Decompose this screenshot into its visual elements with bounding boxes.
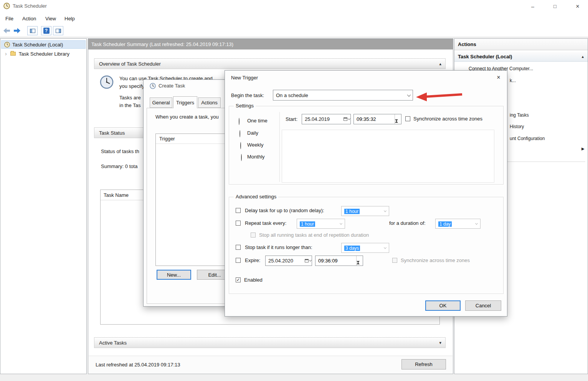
maximize-button[interactable]: □ xyxy=(546,0,564,13)
enabled-label[interactable]: Enabled xyxy=(244,277,263,283)
begin-task-chevron-icon xyxy=(405,90,413,100)
forward-button[interactable] xyxy=(13,27,21,36)
task-name-column-header[interactable]: Task Name xyxy=(104,192,129,198)
repeat-interval-chevron-icon xyxy=(337,219,345,228)
show-action-pane-button[interactable] xyxy=(53,26,63,35)
radio-weekly[interactable] xyxy=(240,142,241,149)
radio-weekly-label[interactable]: Weekly xyxy=(247,142,263,148)
collapse-overview-icon[interactable]: ▴ xyxy=(439,61,441,66)
help-button[interactable]: ? xyxy=(41,26,51,35)
start-date-calendar-icon[interactable] xyxy=(343,114,350,124)
stop-task-checkbox[interactable] xyxy=(236,245,241,250)
duration-value: 1 day xyxy=(436,221,472,227)
expire-time-value[interactable]: 09:36:09 xyxy=(315,256,356,266)
check-icon: ✓ xyxy=(236,277,240,282)
title-bar: Task Scheduler – □ × xyxy=(0,0,588,13)
menu-view[interactable]: View xyxy=(41,13,60,24)
time-down-icon[interactable] xyxy=(395,121,401,128)
duration-label: for a duration of: xyxy=(389,220,426,226)
ok-button[interactable]: OK xyxy=(425,300,461,311)
overview-section-header[interactable]: Overview of Task Scheduler ▴ xyxy=(94,58,446,69)
repeat-task-checkbox[interactable] xyxy=(236,221,241,226)
close-icon: × xyxy=(576,3,579,10)
tab-actions-label: Actions xyxy=(201,100,218,106)
new-trigger-button[interactable]: New... xyxy=(157,270,191,280)
sync-timezones2-checkbox xyxy=(392,258,397,263)
create-task-intro: When you create a task, you xyxy=(155,114,219,120)
repeat-interval-dropdown[interactable]: 1 hour xyxy=(297,219,345,229)
tree-item-root[interactable]: Task Scheduler (Local) xyxy=(1,40,86,49)
sync-timezones-label[interactable]: Synchronize across time zones xyxy=(413,116,482,122)
stop-task-duration-dropdown[interactable]: 3 days xyxy=(341,243,389,253)
delay-duration-chevron-icon xyxy=(381,206,389,216)
help-icon: ? xyxy=(43,28,50,34)
menu-help[interactable]: Help xyxy=(61,13,79,24)
start-time-spinner[interactable]: 09:35:32 xyxy=(353,114,401,124)
expire-time-down-icon[interactable] xyxy=(357,263,363,270)
expire-time-spinner[interactable]: 09:36:09 xyxy=(315,256,363,266)
settings-group-label: Settings xyxy=(234,103,256,109)
task-status-title: Task Status xyxy=(99,130,125,136)
submenu-arrow-icon[interactable]: ▶ xyxy=(581,147,585,151)
action-item-fragment-running-tasks[interactable]: ing Tasks xyxy=(510,112,529,118)
red-annotation-arrow-icon xyxy=(415,91,464,104)
tree-expander-icon[interactable]: › xyxy=(5,51,7,57)
new-button-label: New... xyxy=(167,272,181,278)
stop-task-label[interactable]: Stop task if it runs longer than: xyxy=(245,244,312,250)
radio-daily-label[interactable]: Daily xyxy=(247,130,258,136)
tree-item-library[interactable]: › Task Scheduler Library xyxy=(1,49,86,58)
radio-one-time-label[interactable]: One time xyxy=(247,118,268,124)
menu-file[interactable]: File xyxy=(2,13,17,24)
last-refreshed-text: Last refreshed at 25.04.2019 09:17:13 xyxy=(96,362,180,368)
expire-label[interactable]: Expire: xyxy=(245,257,260,263)
collapse-active-tasks-icon[interactable]: ▾ xyxy=(439,340,441,345)
action-item-fragment-account-configuration[interactable]: unt Configuration xyxy=(510,136,545,141)
start-time-value[interactable]: 09:35:32 xyxy=(354,114,395,124)
advanced-settings-label: Advanced settings xyxy=(234,194,278,200)
expire-checkbox[interactable] xyxy=(236,258,241,263)
menu-bar: File Action View Help xyxy=(0,13,588,24)
actions-group-header[interactable]: Task Scheduler (Local) ▴ xyxy=(454,52,588,62)
stop-all-tasks-checkbox xyxy=(251,233,256,238)
back-button[interactable] xyxy=(3,27,11,36)
radio-daily[interactable] xyxy=(239,130,240,137)
active-tasks-section-header[interactable]: Active Tasks ▾ xyxy=(94,337,446,348)
show-console-tree-button[interactable] xyxy=(27,26,38,35)
summary-header-text: Task Scheduler Summary (Last refreshed: … xyxy=(91,41,233,47)
edit-button-label: Edit... xyxy=(208,272,221,278)
delay-duration-dropdown[interactable]: 1 hour xyxy=(341,206,389,216)
minimize-button[interactable]: – xyxy=(524,0,542,13)
enabled-checkbox[interactable]: ✓ xyxy=(236,277,241,282)
create-task-clock-icon xyxy=(150,83,156,91)
radio-monthly-label[interactable]: Monthly xyxy=(247,154,265,160)
action-item-fragment-create-basic-task[interactable]: k... xyxy=(510,78,516,83)
tab-triggers[interactable]: Triggers xyxy=(173,96,197,108)
action-item-fragment-history[interactable]: History xyxy=(510,124,524,129)
close-button[interactable]: × xyxy=(569,0,586,13)
console-tree-panel: Task Scheduler (Local) › Task Scheduler … xyxy=(0,38,87,374)
overview-section-title: Overview of Task Scheduler xyxy=(99,61,161,67)
repeat-task-label[interactable]: Repeat task every: xyxy=(245,220,286,226)
radio-monthly[interactable] xyxy=(241,154,242,161)
delay-task-checkbox[interactable] xyxy=(236,208,241,213)
overview-line3: Tasks are xyxy=(119,95,141,101)
radio-one-time[interactable] xyxy=(239,118,239,125)
start-date-picker[interactable]: 25.04.2019 xyxy=(302,114,351,124)
trigger-column-header[interactable]: Trigger xyxy=(159,136,175,142)
tab-actions[interactable]: Actions xyxy=(198,97,221,108)
tree-item-library-label: Task Scheduler Library xyxy=(19,51,69,57)
dialog-close-button[interactable]: × xyxy=(494,73,504,82)
expire-date-picker[interactable]: 25.04.2020 xyxy=(265,256,312,266)
duration-dropdown[interactable]: 1 day xyxy=(435,219,481,229)
stop-task-duration-value: 3 days xyxy=(342,245,381,251)
collapse-actions-group-icon[interactable]: ▴ xyxy=(581,54,584,59)
expire-date-calendar-icon[interactable] xyxy=(304,256,312,266)
cancel-button[interactable]: Cancel xyxy=(465,300,501,311)
minimize-icon: – xyxy=(531,3,534,10)
refresh-button[interactable]: Refresh xyxy=(401,359,446,369)
delay-task-label[interactable]: Delay task for up to (random delay): xyxy=(245,208,324,213)
begin-task-dropdown[interactable]: On a schedule xyxy=(273,90,413,101)
menu-action[interactable]: Action xyxy=(18,13,40,24)
sync-timezones-checkbox[interactable] xyxy=(405,116,410,121)
tab-general[interactable]: General xyxy=(150,97,172,108)
